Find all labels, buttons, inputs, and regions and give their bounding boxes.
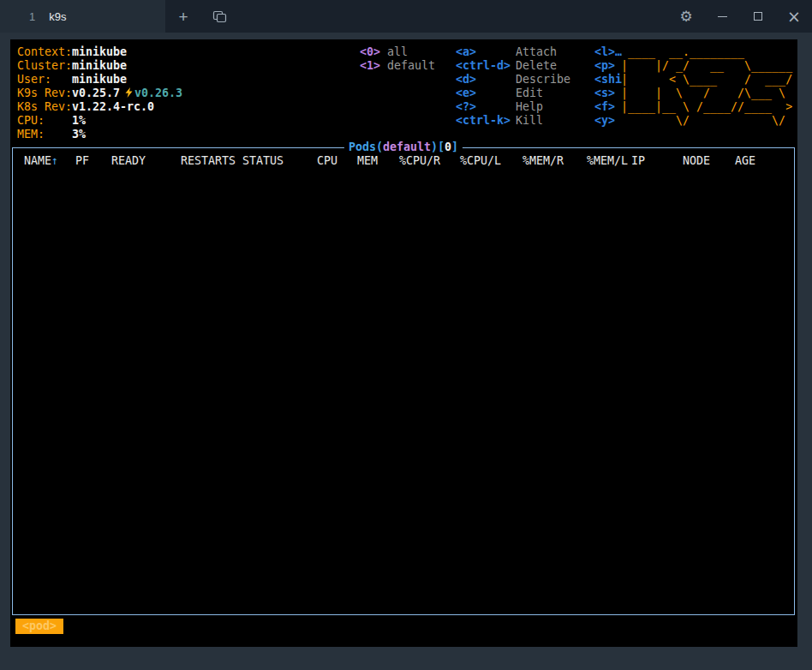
- column-cpu-r: %CPU/R: [378, 154, 440, 168]
- maximize-button[interactable]: [740, 0, 776, 33]
- cluster-value: minikube: [72, 59, 127, 72]
- tabbar-spacer: [237, 0, 668, 33]
- k9s-rev-label: K9s Rev:: [17, 87, 72, 100]
- column-name: NAME↑: [24, 154, 75, 168]
- column-cpu-l: %CPU/L: [440, 154, 501, 168]
- key-shift: <shi: [594, 73, 622, 87]
- menu-delete: <ctrl-d>Delete: [456, 59, 570, 73]
- terminal-screen[interactable]: Context:minikube Cluster:minikube User:m…: [10, 39, 797, 647]
- duplicate-tab-button[interactable]: [201, 0, 237, 33]
- cluster-label: Cluster:: [17, 59, 72, 73]
- logo-line: | |/ _/ __ \______: [621, 59, 792, 73]
- k8s-rev-value: v1.22.4-rc.0: [72, 100, 154, 113]
- view-title: Pods(default)[0]: [344, 141, 463, 154]
- logo-line: |____|__ \ /____//____ >: [621, 100, 792, 114]
- cpu-value: 1%: [72, 114, 86, 127]
- hotkey-0: <0>: [360, 45, 387, 59]
- breadcrumb-pod: <pod>: [15, 619, 63, 634]
- tab-k9s[interactable]: 1 k9s: [0, 0, 165, 33]
- hotkey-1: <1>: [360, 59, 387, 73]
- view-bracket-open: )[: [431, 141, 445, 153]
- logo-line: | | \ / /\___ \: [621, 87, 792, 100]
- view-namespace: default: [383, 141, 431, 153]
- logo-line: ____ __.________: [621, 45, 792, 59]
- tab-bar: 1 k9s + ⚙ ×: [0, 0, 812, 33]
- key-yaml: <y>: [594, 114, 615, 128]
- action-menu: <a>Attach <ctrl-d>Delete <d>Describe <e>…: [456, 45, 570, 128]
- key-kill: <ctrl-k>: [456, 114, 516, 128]
- mem-row: MEM:3%: [17, 128, 792, 141]
- settings-button[interactable]: ⚙: [668, 0, 704, 33]
- view-bracket-close: ]: [451, 141, 458, 153]
- column-cpu: CPU: [310, 154, 337, 168]
- x-icon: ×: [787, 9, 801, 25]
- key-edit: <e>: [456, 87, 516, 100]
- minimize-button[interactable]: [704, 0, 740, 33]
- overlapping-squares-icon: [212, 10, 227, 23]
- menu-kill: <ctrl-k>Kill: [456, 114, 570, 128]
- column-mem: MEM: [337, 154, 378, 168]
- plus-icon: +: [178, 9, 188, 25]
- gear-icon: ⚙: [679, 8, 692, 25]
- dash-icon: [718, 16, 727, 17]
- column-ip: IP: [628, 154, 683, 168]
- column-mem-r: %MEM/R: [501, 154, 564, 168]
- square-icon: [754, 12, 762, 21]
- label-kill: Kill: [516, 114, 543, 127]
- key-attach: <a>: [456, 45, 516, 59]
- context-value: minikube: [72, 45, 127, 58]
- pods-table[interactable]: Pods(default)[0] NAME↑ PF READY RESTARTS…: [12, 147, 795, 615]
- k9s-upgrade-version: v0.26.3: [134, 87, 182, 99]
- column-ready: READY: [111, 154, 181, 168]
- new-tab-button[interactable]: +: [165, 0, 201, 33]
- column-age: AGE: [735, 154, 769, 168]
- menu-describe: <d>Describe: [456, 73, 570, 87]
- key-forward: <f>: [594, 100, 615, 114]
- user-label: User:: [17, 73, 72, 87]
- sort-arrow-icon: ↑: [51, 154, 58, 167]
- user-value: minikube: [72, 73, 127, 86]
- tab-title: k9s: [49, 10, 66, 23]
- namespace-hotkeys: <0>all <1>default: [360, 45, 435, 73]
- k9s-ascii-logo: ____ __.________ | |/ _/ __ \______ | < …: [621, 45, 792, 128]
- menu-help: <?>Help: [456, 100, 570, 114]
- column-pf: PF: [75, 154, 111, 168]
- column-node: NODE: [683, 154, 735, 168]
- close-button[interactable]: ×: [776, 0, 812, 33]
- k9s-header: Context:minikube Cluster:minikube User:m…: [17, 45, 792, 143]
- label-describe: Describe: [516, 73, 570, 86]
- view-resource: Pods(: [349, 141, 383, 153]
- breadcrumb: <pod>: [15, 619, 63, 634]
- mem-label: MEM:: [17, 128, 72, 141]
- cpu-label: CPU:: [17, 114, 72, 128]
- k9s-rev-value: v0.25.7: [72, 87, 120, 99]
- label-edit: Edit: [516, 87, 543, 99]
- key-logs: <l>…: [594, 45, 622, 59]
- more-hotkeys: <l>… <p> <shi <s> <f> <y>: [594, 45, 622, 128]
- column-status: STATUS: [242, 154, 310, 168]
- k8s-rev-label: K8s Rev:: [17, 100, 72, 114]
- label-attach: Attach: [516, 45, 557, 58]
- view-count: 0: [445, 141, 451, 153]
- mem-value: 3%: [72, 128, 86, 141]
- label-delete: Delete: [516, 59, 557, 72]
- label-help: Help: [516, 100, 543, 113]
- key-previous: <p>: [594, 59, 615, 73]
- key-delete: <ctrl-d>: [456, 59, 516, 73]
- lightning-bolt-icon: [125, 87, 133, 98]
- hotkey-all: <0>all: [360, 45, 435, 59]
- hotkey-default: <1>default: [360, 59, 435, 73]
- tab-index: 1: [29, 10, 35, 23]
- hotkey-1-label: default: [387, 59, 435, 72]
- hotkey-0-label: all: [387, 45, 408, 58]
- table-header: NAME↑ PF READY RESTARTS STATUS CPU MEM %…: [13, 154, 794, 168]
- menu-attach: <a>Attach: [456, 45, 570, 59]
- key-describe: <d>: [456, 73, 516, 87]
- key-help: <?>: [456, 100, 516, 114]
- key-shell: <s>: [594, 87, 615, 100]
- logo-line: | < \____ / ___/: [621, 73, 792, 87]
- context-label: Context:: [17, 45, 72, 59]
- column-mem-l: %MEM/L: [564, 154, 628, 168]
- logo-line: \/ \/: [621, 114, 792, 128]
- column-name-label: NAME: [24, 154, 51, 167]
